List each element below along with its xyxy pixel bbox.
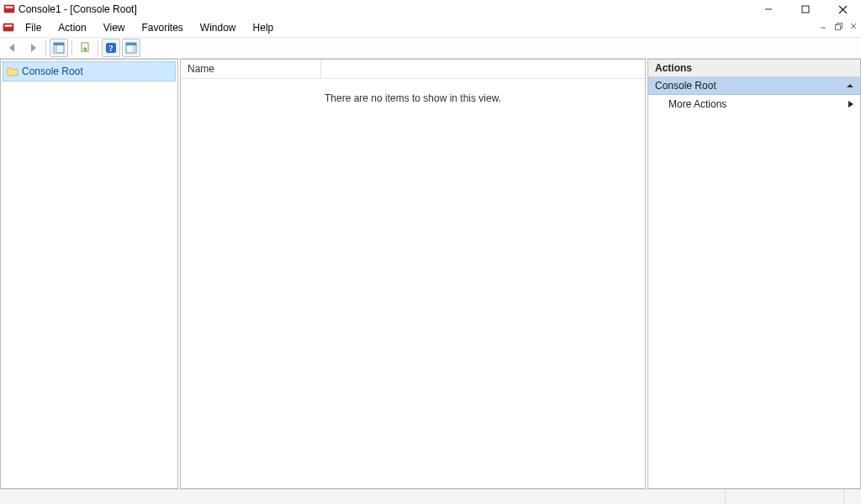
mdi-restore-button[interactable]	[832, 20, 844, 32]
actions-more-actions[interactable]: More Actions	[648, 95, 860, 113]
menu-window[interactable]: Window	[192, 20, 245, 35]
results-list-pane[interactable]: Name There are no items to show in this …	[180, 59, 646, 489]
actions-group-label: Console Root	[655, 80, 716, 92]
mdi-minimize-button[interactable]	[817, 20, 829, 32]
system-menu-icon[interactable]	[2, 21, 15, 34]
toolbar-separator	[45, 40, 46, 55]
status-bar	[0, 489, 861, 504]
work-area: Console Root Name There are no items to …	[0, 59, 861, 489]
svg-rect-3	[802, 6, 809, 13]
window-controls	[750, 0, 861, 18]
window-title: Console1 - [Console Root]	[18, 3, 137, 15]
show-hide-action-pane-button[interactable]	[122, 39, 140, 57]
collapse-icon	[847, 82, 853, 89]
actions-pane-title: Actions	[648, 60, 860, 77]
app-icon	[3, 3, 15, 15]
toolbar-separator	[71, 40, 72, 55]
help-button[interactable]: ?	[102, 39, 120, 57]
actions-item-label: More Actions	[668, 98, 726, 110]
status-segment	[726, 490, 844, 504]
mdi-window-controls	[817, 20, 859, 32]
svg-rect-0	[4, 5, 14, 13]
menu-file[interactable]: File	[17, 20, 50, 35]
svg-text:?: ?	[109, 44, 114, 53]
menu-bar: File Action View Favorites Window Help	[0, 18, 861, 38]
forward-button[interactable]	[24, 39, 42, 57]
scope-tree-pane[interactable]: Console Root	[0, 59, 178, 489]
actions-group-header[interactable]: Console Root	[648, 77, 860, 95]
column-header-name[interactable]: Name	[181, 60, 321, 78]
menu-view[interactable]: View	[95, 20, 134, 35]
folder-icon	[7, 66, 18, 77]
submenu-arrow-icon	[848, 101, 853, 108]
toolbar-separator	[98, 40, 98, 55]
svg-rect-1	[6, 7, 13, 8]
resize-grip[interactable]	[844, 490, 861, 504]
close-button[interactable]	[824, 0, 861, 18]
back-button[interactable]	[3, 39, 22, 57]
svg-rect-6	[3, 24, 13, 31]
menu-help[interactable]: Help	[245, 20, 283, 35]
mdi-close-button[interactable]	[848, 20, 859, 32]
svg-rect-15	[54, 43, 64, 45]
svg-rect-10	[835, 24, 840, 29]
tree-node-label: Console Root	[22, 66, 83, 77]
show-hide-tree-button[interactable]	[50, 39, 68, 57]
export-list-button[interactable]	[76, 39, 94, 57]
maximize-button[interactable]	[787, 0, 824, 18]
svg-rect-7	[5, 25, 13, 27]
svg-rect-21	[126, 43, 136, 45]
minimize-button[interactable]	[750, 0, 787, 18]
title-bar: Console1 - [Console Root]	[0, 0, 861, 18]
toolbar: ?	[0, 38, 861, 59]
menu-favorites[interactable]: Favorites	[134, 20, 192, 35]
list-column-header-row: Name	[181, 60, 645, 79]
status-segment	[0, 490, 726, 504]
menu-action[interactable]: Action	[50, 20, 94, 35]
tree-node-console-root[interactable]: Console Root	[3, 61, 176, 81]
empty-list-message: There are no items to show in this view.	[181, 92, 645, 104]
actions-pane: Actions Console Root More Actions	[647, 59, 861, 489]
